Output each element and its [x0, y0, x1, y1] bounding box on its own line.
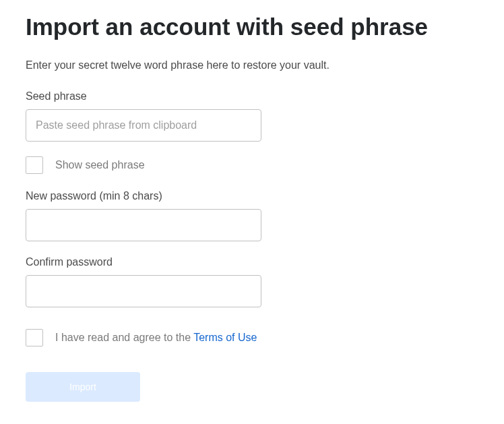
terms-row: I have read and agree to the Terms of Us…	[26, 329, 478, 346]
seed-phrase-group: Seed phrase	[26, 90, 478, 142]
new-password-input[interactable]	[26, 209, 261, 241]
show-seed-checkbox[interactable]	[26, 156, 43, 174]
page-title: Import an account with seed phrase	[26, 13, 478, 40]
seed-phrase-input[interactable]	[26, 109, 261, 142]
seed-phrase-label: Seed phrase	[26, 90, 478, 102]
new-password-label: New password (min 8 chars)	[26, 190, 478, 202]
terms-link[interactable]: Terms of Use	[193, 332, 257, 343]
import-button[interactable]: Import	[26, 372, 140, 402]
confirm-password-input[interactable]	[26, 275, 261, 307]
confirm-password-label: Confirm password	[26, 256, 478, 268]
terms-checkbox[interactable]	[26, 329, 43, 346]
new-password-group: New password (min 8 chars)	[26, 190, 478, 241]
terms-prefix: I have read and agree to the	[55, 332, 193, 343]
show-seed-row: Show seed phrase	[26, 156, 478, 174]
show-seed-label: Show seed phrase	[55, 159, 145, 171]
page-subtitle: Enter your secret twelve word phrase her…	[26, 59, 478, 71]
terms-text: I have read and agree to the Terms of Us…	[55, 332, 257, 344]
confirm-password-group: Confirm password	[26, 256, 478, 307]
